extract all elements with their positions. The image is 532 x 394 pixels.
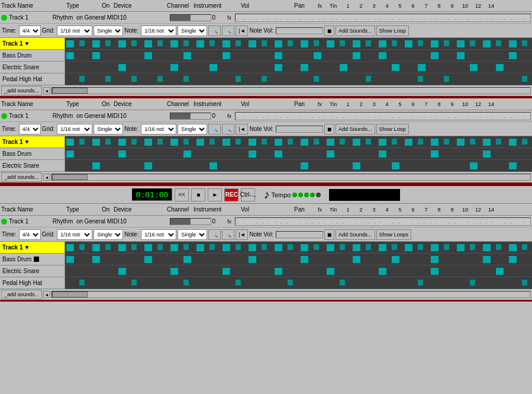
beat-track-1-0[interactable] [65, 38, 532, 50]
track-label-hihat-1: Pedal High Hat [0, 73, 65, 85]
zoom-in-btn-2[interactable]: 🔍 [208, 124, 221, 134]
single2-select-3[interactable]: Single [178, 229, 207, 240]
time-select-1[interactable]: 4/4 [19, 25, 41, 36]
note-select-1[interactable]: 1/16 not [141, 25, 176, 36]
note-select-3[interactable]: 1/16 not [141, 229, 176, 240]
svg-rect-35 [522, 40, 527, 46]
num-3-5: 5 [394, 207, 407, 213]
note-select-2[interactable]: 1/16 not [141, 124, 176, 134]
track-vol-3[interactable] [170, 218, 211, 225]
zoom-in-btn-3[interactable]: 🔍 [208, 229, 221, 240]
show-loop-btn-1[interactable]: Show Loop [376, 25, 409, 36]
zoom-out-btn-1[interactable]: 🔍 [222, 25, 234, 36]
note-vol-slider-3[interactable] [276, 231, 323, 238]
beat-track-3-2[interactable] [65, 265, 532, 277]
col-type-1: Type [66, 2, 102, 9]
scrollbar-thumb-1[interactable] [52, 88, 88, 94]
play-btn[interactable]: ► [208, 188, 222, 201]
ctrl-btn[interactable]: Ctrl-... [241, 188, 255, 201]
svg-rect-71 [79, 139, 85, 145]
vol-toggle-1[interactable]: ◼ [324, 25, 334, 36]
beat-track-3-0[interactable] [65, 242, 532, 254]
col-channel-3: Channel [167, 206, 194, 213]
grid-select-3[interactable]: 1/16 not [57, 229, 92, 240]
scroll-left-1[interactable]: ◄ [43, 87, 50, 94]
single-select-3[interactable]: Single [93, 229, 123, 240]
beat-track-1-2[interactable] [65, 62, 532, 73]
track-channel-3: 10 [120, 218, 138, 225]
track-active-dot-1 [1, 15, 7, 21]
show-loop-btn-2[interactable]: Show Loop [376, 124, 409, 134]
add-sounds-btn-2[interactable]: Add Sounds... [336, 124, 375, 134]
track-vol-1[interactable] [170, 14, 211, 21]
stop-btn[interactable]: ■ [191, 188, 205, 201]
col-on-2: On [102, 101, 114, 107]
single-select-1[interactable]: Single [93, 25, 123, 36]
grid-select-1[interactable]: 1/16 not [57, 25, 92, 36]
svg-rect-86 [275, 139, 282, 146]
track-active-dot-3 [1, 219, 7, 225]
col-track-name-3: Track Name [1, 206, 66, 213]
num-2-9: 9 [446, 101, 459, 107]
rec-btn[interactable]: REC [224, 188, 238, 201]
tempo-dot-5 [316, 193, 321, 197]
show-loop-btn-3[interactable]: Show Loops [376, 229, 412, 240]
track-data-row-2[interactable]: Track 1 Rhythm on General MIDI 10 0 fx .… [0, 110, 532, 122]
num-6: 6 [407, 3, 420, 9]
track-vol-2[interactable] [170, 113, 211, 120]
snap-btn-2[interactable]: |◄ [236, 124, 248, 134]
track-data-row-1[interactable]: Track 1 Rhythm on General MIDI 10 0 fx .… [0, 12, 532, 24]
svg-rect-15 [262, 40, 267, 46]
num-10: 10 [459, 3, 472, 9]
scroll-left-2[interactable]: ◄ [43, 174, 50, 181]
note-vol-slider-2[interactable] [276, 126, 323, 133]
scrollbar-thumb-3[interactable] [52, 292, 88, 297]
svg-rect-150 [418, 244, 423, 250]
vol-toggle-2[interactable]: ◼ [324, 124, 334, 134]
grid-select-2[interactable]: 1/16 not [57, 124, 92, 134]
beat-track-3-3[interactable] [65, 277, 532, 289]
beat-track-2-2[interactable] [65, 160, 532, 172]
zoom-out-btn-3[interactable]: 🔍 [222, 229, 234, 240]
rewind-btn[interactable]: << [175, 188, 189, 201]
single2-select-2[interactable]: Single [178, 124, 207, 134]
beat-track-3-1[interactable] [65, 254, 532, 265]
scrollbar-thumb-2[interactable] [52, 174, 88, 180]
scroll-left-3[interactable]: ◄ [43, 291, 50, 298]
single2-select-1[interactable]: Single [178, 25, 207, 36]
single-select-2[interactable]: Single [93, 124, 123, 134]
note-vol-label-3: Note Vol: [249, 231, 273, 238]
track-channel-2: 10 [120, 113, 138, 119]
svg-rect-5 [131, 40, 137, 46]
scrollbar-track-2[interactable] [51, 174, 531, 181]
time-select-2[interactable]: 4/4 [19, 124, 41, 134]
snap-btn-3[interactable]: |◄ [236, 229, 248, 240]
scrollbar-track-3[interactable] [51, 291, 531, 298]
add-sounds-btn-3[interactable]: Add Sounds... [336, 229, 375, 240]
beat-track-2-1[interactable] [65, 148, 532, 160]
num-2-6: 6 [407, 101, 420, 107]
zoom-out-btn-2[interactable]: 🔍 [222, 124, 234, 134]
svg-rect-40 [223, 52, 230, 59]
add-sounds-button-3[interactable]: _add sounds... [1, 290, 42, 299]
beat-track-1-1[interactable] [65, 50, 532, 62]
beat-track-2-0[interactable] [65, 136, 532, 148]
svg-rect-77 [157, 139, 163, 145]
track-data-row-3[interactable]: Track 1 Rhythm on General MIDI 10 0 fx .… [0, 216, 532, 228]
time-select-3[interactable]: 4/4 [19, 229, 41, 240]
svg-rect-38 [144, 52, 152, 59]
vol-toggle-3[interactable]: ◼ [324, 229, 334, 240]
zoom-in-btn-1[interactable]: 🔍 [208, 25, 221, 36]
track-row-bass-2: Bass Drum [0, 148, 532, 160]
add-sounds-button-2[interactable]: _add sounds... [1, 172, 42, 182]
add-sounds-btn-1[interactable]: Add Sounds... [336, 25, 375, 36]
scrollbar-track-1[interactable] [51, 87, 531, 94]
beat-track-1-3[interactable] [65, 73, 532, 85]
section-3: Track Name Type On Device Channel Instru… [0, 204, 532, 302]
note-vol-slider-1[interactable] [276, 27, 323, 34]
col-instrument-3: Instrument [194, 206, 241, 213]
add-sounds-button-1[interactable]: _add sounds... [1, 86, 42, 95]
snap-btn-1[interactable]: |◄ [236, 25, 248, 36]
svg-rect-18 [301, 40, 308, 47]
svg-rect-120 [392, 162, 399, 169]
